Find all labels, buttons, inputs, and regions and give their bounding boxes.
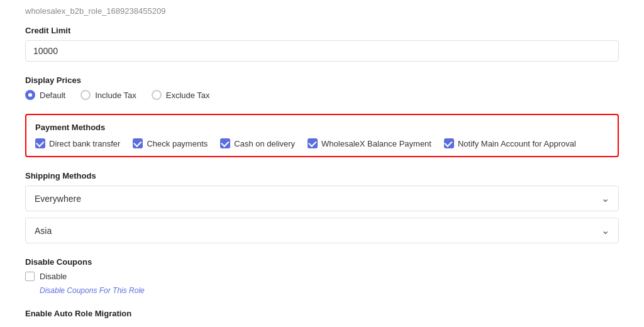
radio-default-label: Default bbox=[40, 91, 65, 100]
disable-coupons-section: Disable Coupons Disable Disable Coupons … bbox=[25, 257, 619, 295]
shipping-methods-label: Shipping Methods bbox=[25, 171, 619, 180]
checkbox-notify-main[interactable]: Notify Main Account for Approval bbox=[444, 138, 576, 148]
checkbox-check-payments-label: Check payments bbox=[147, 139, 208, 148]
top-bar-text: wholesalex_b2b_role_1689238455209 bbox=[25, 0, 619, 26]
checkbox-wholesalex-balance-box bbox=[308, 138, 318, 148]
chevron-down-icon-2: ⌄ bbox=[601, 224, 609, 236]
checkbox-wholesalex-balance-label: WholesaleX Balance Payment bbox=[321, 139, 431, 148]
enable-auto-role-migration-label: Enable Auto Role Migration bbox=[25, 309, 619, 318]
checkbox-wholesalex-balance[interactable]: WholesaleX Balance Payment bbox=[308, 138, 431, 148]
credit-limit-section: Credit Limit bbox=[25, 26, 619, 62]
radio-include-tax-circle bbox=[80, 90, 91, 100]
radio-exclude-tax[interactable]: Exclude Tax bbox=[152, 90, 210, 100]
display-prices-section: Display Prices Default Include Tax Exclu… bbox=[25, 75, 619, 100]
radio-include-tax[interactable]: Include Tax bbox=[80, 90, 136, 100]
checkbox-cash-on-delivery-box bbox=[220, 138, 230, 148]
checkbox-check-payments[interactable]: Check payments bbox=[133, 138, 208, 148]
credit-limit-input[interactable] bbox=[25, 40, 619, 62]
enable-auto-role-migration-section: Enable Auto Role Migration bbox=[25, 309, 619, 318]
radio-include-tax-label: Include Tax bbox=[95, 91, 136, 100]
disable-coupon-checkbox[interactable] bbox=[25, 272, 35, 281]
shipping-methods-section: Shipping Methods Everywhere ⌄ Asia ⌄ bbox=[25, 171, 619, 243]
disable-coupon-checkbox-label: Disable bbox=[40, 272, 67, 281]
shipping-everywhere-label: Everywhere bbox=[35, 194, 81, 204]
page-wrapper: wholesalex_b2b_role_1689238455209 Credit… bbox=[0, 0, 644, 327]
checkbox-direct-bank-label: Direct bank transfer bbox=[49, 139, 120, 148]
checkbox-direct-bank-box bbox=[35, 138, 45, 148]
shipping-everywhere-dropdown[interactable]: Everywhere ⌄ bbox=[25, 186, 619, 211]
radio-exclude-tax-circle bbox=[152, 90, 162, 100]
credit-limit-label: Credit Limit bbox=[25, 26, 619, 35]
radio-default[interactable]: Default bbox=[25, 90, 65, 100]
chevron-down-icon: ⌄ bbox=[601, 192, 609, 204]
disable-coupons-label: Disable Coupons bbox=[25, 257, 619, 267]
display-prices-radio-group: Default Include Tax Exclude Tax bbox=[25, 90, 619, 100]
display-prices-label: Display Prices bbox=[25, 75, 619, 85]
checkbox-cash-on-delivery-label: Cash on delivery bbox=[234, 139, 295, 148]
payment-methods-checkbox-group: Direct bank transfer Check payments Cash… bbox=[35, 138, 609, 148]
checkbox-check-payments-box bbox=[133, 138, 143, 148]
checkbox-cash-on-delivery[interactable]: Cash on delivery bbox=[220, 138, 295, 148]
radio-exclude-tax-label: Exclude Tax bbox=[166, 91, 210, 100]
shipping-asia-label: Asia bbox=[35, 226, 52, 236]
disable-coupon-row: Disable bbox=[25, 272, 619, 281]
checkbox-direct-bank[interactable]: Direct bank transfer bbox=[35, 138, 120, 148]
payment-methods-section: Payment Methods Direct bank transfer Che… bbox=[25, 114, 619, 157]
checkbox-notify-main-box bbox=[444, 138, 454, 148]
payment-methods-label: Payment Methods bbox=[35, 123, 609, 132]
disable-coupons-link[interactable]: Disable Coupons For This Role bbox=[40, 286, 145, 295]
checkbox-notify-main-label: Notify Main Account for Approval bbox=[458, 139, 576, 148]
radio-default-circle bbox=[25, 90, 35, 100]
shipping-asia-dropdown[interactable]: Asia ⌄ bbox=[25, 218, 619, 243]
